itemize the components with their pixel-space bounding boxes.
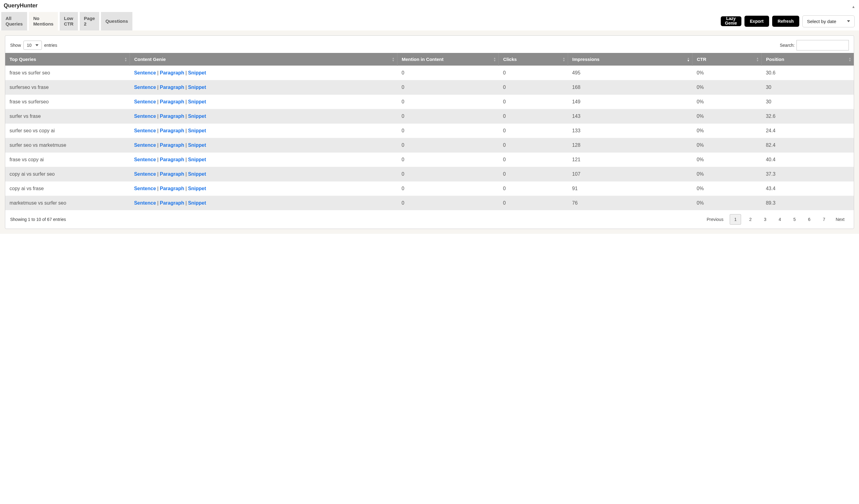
cell-query: surfer seo vs marketmuse bbox=[5, 138, 130, 153]
tab-low-ctr[interactable]: Low CTR bbox=[60, 12, 78, 30]
genie-sentence-link[interactable]: Sentence bbox=[134, 171, 156, 177]
cell-ctr: 0% bbox=[692, 138, 762, 153]
separator: | bbox=[184, 113, 188, 119]
genie-paragraph-link[interactable]: Paragraph bbox=[160, 99, 184, 104]
separator: | bbox=[156, 128, 160, 133]
cell-impressions: 107 bbox=[568, 167, 692, 182]
date-select[interactable]: Select by date bbox=[802, 15, 855, 27]
separator: | bbox=[184, 157, 188, 162]
genie-snippet-link[interactable]: Snippet bbox=[188, 157, 206, 162]
col-position[interactable]: Position▲▼ bbox=[762, 53, 854, 66]
pagination: Previous 1234567 Next bbox=[702, 214, 849, 224]
cell-clicks: 0 bbox=[499, 66, 568, 80]
genie-paragraph-link[interactable]: Paragraph bbox=[160, 70, 184, 75]
page-next[interactable]: Next bbox=[831, 214, 849, 224]
genie-paragraph-link[interactable]: Paragraph bbox=[160, 128, 184, 133]
genie-snippet-link[interactable]: Snippet bbox=[188, 85, 206, 90]
cell-query: marketmuse vs surfer seo bbox=[5, 196, 130, 211]
cell-position: 30.6 bbox=[762, 66, 854, 80]
cell-position: 89.3 bbox=[762, 196, 854, 211]
page-4[interactable]: 4 bbox=[774, 214, 785, 224]
lazy-genie-button[interactable]: Lazy Genie bbox=[721, 16, 741, 26]
separator: | bbox=[184, 186, 188, 191]
genie-paragraph-link[interactable]: Paragraph bbox=[160, 186, 184, 191]
cell-mention: 0 bbox=[397, 95, 499, 109]
genie-sentence-link[interactable]: Sentence bbox=[134, 186, 156, 191]
cell-query: surfer vs frase bbox=[5, 109, 130, 124]
separator: | bbox=[184, 70, 188, 75]
cell-mention: 0 bbox=[397, 138, 499, 153]
cell-impressions: 495 bbox=[568, 66, 692, 80]
cell-genie: Sentence|Paragraph|Snippet bbox=[130, 124, 397, 138]
col-mention[interactable]: Mention in Content▲▼ bbox=[397, 53, 499, 66]
genie-snippet-link[interactable]: Snippet bbox=[188, 128, 206, 133]
cell-clicks: 0 bbox=[499, 124, 568, 138]
page-2[interactable]: 2 bbox=[745, 214, 756, 224]
cell-genie: Sentence|Paragraph|Snippet bbox=[130, 196, 397, 211]
genie-sentence-link[interactable]: Sentence bbox=[134, 85, 156, 90]
tab-page-2[interactable]: Page 2 bbox=[80, 12, 100, 30]
cell-ctr: 0% bbox=[692, 167, 762, 182]
page-3[interactable]: 3 bbox=[759, 214, 771, 224]
cell-mention: 0 bbox=[397, 182, 499, 196]
genie-snippet-link[interactable]: Snippet bbox=[188, 113, 206, 119]
genie-snippet-link[interactable]: Snippet bbox=[188, 70, 206, 75]
genie-paragraph-link[interactable]: Paragraph bbox=[160, 113, 184, 119]
col-ctr[interactable]: CTR▲▼ bbox=[692, 53, 762, 66]
cell-ctr: 0% bbox=[692, 80, 762, 95]
cell-position: 82.4 bbox=[762, 138, 854, 153]
genie-snippet-link[interactable]: Snippet bbox=[188, 171, 206, 177]
page-7[interactable]: 7 bbox=[818, 214, 829, 224]
tab-no-mentions[interactable]: No Mentions bbox=[29, 12, 58, 30]
genie-paragraph-link[interactable]: Paragraph bbox=[160, 157, 184, 162]
scroll-top-icon[interactable]: ▲ bbox=[852, 5, 855, 9]
col-clicks[interactable]: Clicks▲▼ bbox=[499, 53, 568, 66]
table-row: copy ai vs surfer seoSentence|Paragraph|… bbox=[5, 167, 854, 182]
table-row: surferseo vs fraseSentence|Paragraph|Sni… bbox=[5, 80, 854, 95]
col-top-queries[interactable]: Top Queries▲▼ bbox=[5, 53, 130, 66]
separator: | bbox=[184, 200, 188, 205]
genie-sentence-link[interactable]: Sentence bbox=[134, 200, 156, 205]
tab-questions[interactable]: Questions bbox=[101, 12, 132, 30]
tab-all-queries[interactable]: All Queries bbox=[1, 12, 27, 30]
genie-snippet-link[interactable]: Snippet bbox=[188, 99, 206, 104]
genie-sentence-link[interactable]: Sentence bbox=[134, 113, 156, 119]
genie-snippet-link[interactable]: Snippet bbox=[188, 186, 206, 191]
genie-paragraph-link[interactable]: Paragraph bbox=[160, 200, 184, 205]
search-label: Search: bbox=[780, 43, 795, 48]
export-button[interactable]: Export bbox=[744, 16, 769, 27]
separator: | bbox=[156, 157, 160, 162]
genie-snippet-link[interactable]: Snippet bbox=[188, 200, 206, 205]
genie-sentence-link[interactable]: Sentence bbox=[134, 99, 156, 104]
page-6[interactable]: 6 bbox=[804, 214, 815, 224]
refresh-button[interactable]: Refresh bbox=[772, 16, 799, 27]
genie-sentence-link[interactable]: Sentence bbox=[134, 70, 156, 75]
genie-sentence-link[interactable]: Sentence bbox=[134, 128, 156, 133]
page-1[interactable]: 1 bbox=[730, 214, 741, 225]
genie-paragraph-link[interactable]: Paragraph bbox=[160, 142, 184, 148]
genie-paragraph-link[interactable]: Paragraph bbox=[160, 171, 184, 177]
genie-sentence-link[interactable]: Sentence bbox=[134, 157, 156, 162]
genie-paragraph-link[interactable]: Paragraph bbox=[160, 85, 184, 90]
separator: | bbox=[156, 70, 160, 75]
page-length-select[interactable]: 10 bbox=[24, 41, 42, 50]
table-row: frase vs surfer seoSentence|Paragraph|Sn… bbox=[5, 66, 854, 80]
separator: | bbox=[156, 142, 160, 148]
entries-label: entries bbox=[44, 43, 57, 48]
search-input[interactable] bbox=[797, 40, 849, 50]
cell-impressions: 91 bbox=[568, 182, 692, 196]
cell-query: copy ai vs frase bbox=[5, 182, 130, 196]
cell-position: 40.4 bbox=[762, 153, 854, 167]
col-content-genie[interactable]: Content Genie▲▼ bbox=[130, 53, 397, 66]
cell-impressions: 149 bbox=[568, 95, 692, 109]
table-info: Showing 1 to 10 of 67 entries bbox=[10, 217, 66, 222]
col-impressions[interactable]: Impressions▲▼ bbox=[568, 53, 692, 66]
separator: | bbox=[184, 142, 188, 148]
page-5[interactable]: 5 bbox=[789, 214, 800, 224]
cell-query: frase vs surferseo bbox=[5, 95, 130, 109]
filter-tabs: All Queries No Mentions Low CTR Page 2 Q… bbox=[1, 12, 132, 30]
genie-sentence-link[interactable]: Sentence bbox=[134, 142, 156, 148]
genie-snippet-link[interactable]: Snippet bbox=[188, 142, 206, 148]
cell-impressions: 76 bbox=[568, 196, 692, 211]
page-prev[interactable]: Previous bbox=[702, 214, 727, 224]
